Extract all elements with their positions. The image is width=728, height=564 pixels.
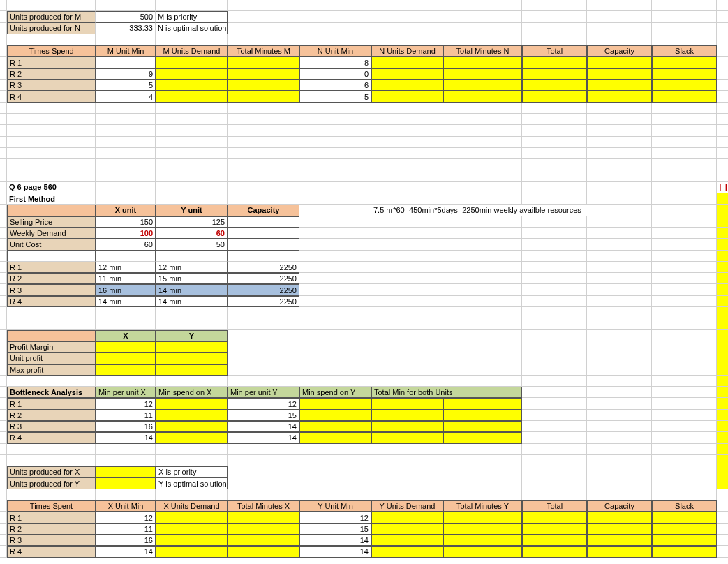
hdr-m-units-demand: M Units Demand xyxy=(156,45,228,57)
hdr-x: X xyxy=(96,330,156,341)
ts-r2: R 2 xyxy=(7,68,96,80)
res-r3: R 3 xyxy=(7,284,96,295)
hdr-times-spend: Times Spend xyxy=(7,45,96,57)
label-units-n: Units produced for N xyxy=(7,23,96,34)
ts-r4-n[interactable]: 5 xyxy=(299,91,371,102)
res-r2-x[interactable]: 11 min xyxy=(96,273,156,284)
bn-h2: Min spend on X xyxy=(156,387,228,398)
note-units-m[interactable]: M is priority xyxy=(156,11,228,22)
selling-x[interactable]: 150 xyxy=(96,216,156,228)
profit-margin: Profit Margin xyxy=(7,341,96,352)
ts-r1-n[interactable]: 8 xyxy=(299,57,371,68)
max-profit: Max profit xyxy=(7,364,96,376)
hdr-y: Y xyxy=(156,330,228,341)
hdr-xunit: X unit xyxy=(96,205,156,216)
note-units-y[interactable]: Y is optimal solution xyxy=(156,477,228,489)
ts-r1-ndem[interactable] xyxy=(371,57,443,68)
hdr-capacity: Capacity xyxy=(587,45,652,57)
res-r4-c[interactable]: 2250 xyxy=(228,296,299,307)
res-r3-y[interactable]: 14 min xyxy=(156,284,228,295)
value-units-x[interactable] xyxy=(96,466,156,477)
bottleneck-title: Bottleneck Analysis xyxy=(7,387,96,398)
ts-r3-n[interactable]: 6 xyxy=(299,80,371,91)
bn-r1-y[interactable]: 12 xyxy=(228,398,299,409)
hdr-m-unit-min: M Unit Min xyxy=(96,45,156,57)
res-r2: R 2 xyxy=(7,273,96,284)
hdr-total-min-m: Total Minutes M xyxy=(228,45,299,57)
ts-r1-totn[interactable] xyxy=(443,57,522,68)
ts-r4: R 4 xyxy=(7,91,96,102)
res-r3-x[interactable]: 16 min xyxy=(96,284,156,295)
ts-r3-m[interactable]: 5 xyxy=(96,80,156,91)
ts-r4-m[interactable]: 4 xyxy=(96,91,156,102)
bn-h4: Min spend on Y xyxy=(299,387,371,398)
bn-h3: Min per unit Y xyxy=(228,387,299,398)
label-units-m: Units produced for M xyxy=(7,11,96,22)
note-weekly: 7.5 hr*60=450min*5days=2250min weekly av… xyxy=(371,205,652,216)
hdr-yunit: Y unit xyxy=(156,205,228,216)
res-r2-c[interactable]: 2250 xyxy=(228,273,299,284)
unitcost-y[interactable]: 50 xyxy=(156,239,228,250)
bn-r1-x[interactable]: 12 xyxy=(96,398,156,409)
q6-title: Q 6 page 560 xyxy=(7,182,96,193)
hdr-n-unit-min: N Unit Min xyxy=(299,45,371,57)
res-r4-y[interactable]: 14 min xyxy=(156,296,228,307)
label-units-y: Units produced for Y xyxy=(7,477,96,489)
first-method: First Method xyxy=(7,193,96,205)
ts-r1-totm[interactable] xyxy=(228,57,299,68)
hdr-slack: Slack xyxy=(652,45,717,57)
res-r1: R 1 xyxy=(7,262,96,273)
tsp-r1: R 1 xyxy=(7,512,96,523)
label-selling: Selling Price xyxy=(7,216,96,228)
ts-r1-m[interactable] xyxy=(96,57,156,68)
bn-r3: R 3 xyxy=(7,421,96,432)
hdr-capacity2: Capacity xyxy=(228,205,299,216)
ts-r2-n[interactable]: 0 xyxy=(299,68,371,80)
res-r4-x[interactable]: 14 min xyxy=(96,296,156,307)
weekly-y[interactable]: 60 xyxy=(156,228,228,239)
hdr-times-spent: Times Spent xyxy=(7,500,96,512)
ts-r1-slack[interactable] xyxy=(652,57,717,68)
res-r2-y[interactable]: 15 min xyxy=(156,273,228,284)
weekly-x[interactable]: 100 xyxy=(96,228,156,239)
spreadsheet[interactable]: Units produced for M 500 M is priority U… xyxy=(0,0,728,558)
lindo-text: LINDO Syntax a xyxy=(717,182,728,193)
hdr-total: Total xyxy=(522,45,587,57)
bn-r4: R 4 xyxy=(7,432,96,443)
unit-profit: Unit profit xyxy=(7,352,96,364)
hdr-blank xyxy=(7,205,96,216)
bn-h5: Total Min for both Units xyxy=(371,387,522,398)
value-units-n[interactable]: 333.33 xyxy=(96,23,156,34)
note-units-x[interactable]: X is priority xyxy=(156,466,228,477)
selling-y[interactable]: 125 xyxy=(156,216,228,228)
bn-r2: R 2 xyxy=(7,410,96,421)
ts-r1-cap[interactable] xyxy=(587,57,652,68)
ts-r1-mdem[interactable] xyxy=(156,57,228,68)
hdr-total-min-n: Total Minutes N xyxy=(443,45,522,57)
unitcost-x[interactable]: 60 xyxy=(96,239,156,250)
ts-r1-tot[interactable] xyxy=(522,57,587,68)
res-r4: R 4 xyxy=(7,296,96,307)
bn-r1: R 1 xyxy=(7,398,96,409)
label-weekly: Weekly Demand xyxy=(7,228,96,239)
ts-r3: R 3 xyxy=(7,80,96,91)
value-units-m[interactable]: 500 xyxy=(96,11,156,22)
label-units-x: Units produced for X xyxy=(7,466,96,477)
ts-r1: R 1 xyxy=(7,57,96,68)
bn-h1: Min per unit X xyxy=(96,387,156,398)
hdr-n-units-demand: N Units Demand xyxy=(371,45,443,57)
res-r3-c[interactable]: 2250 xyxy=(228,284,299,295)
res-r1-x[interactable]: 12 min xyxy=(96,262,156,273)
value-units-y[interactable] xyxy=(96,477,156,489)
label-unitcost: Unit Cost xyxy=(7,239,96,250)
note-units-n[interactable]: N is optimal solution xyxy=(156,23,228,34)
ts-r2-m[interactable]: 9 xyxy=(96,68,156,80)
res-r1-y[interactable]: 12 min xyxy=(156,262,228,273)
res-r1-c[interactable]: 2250 xyxy=(228,262,299,273)
